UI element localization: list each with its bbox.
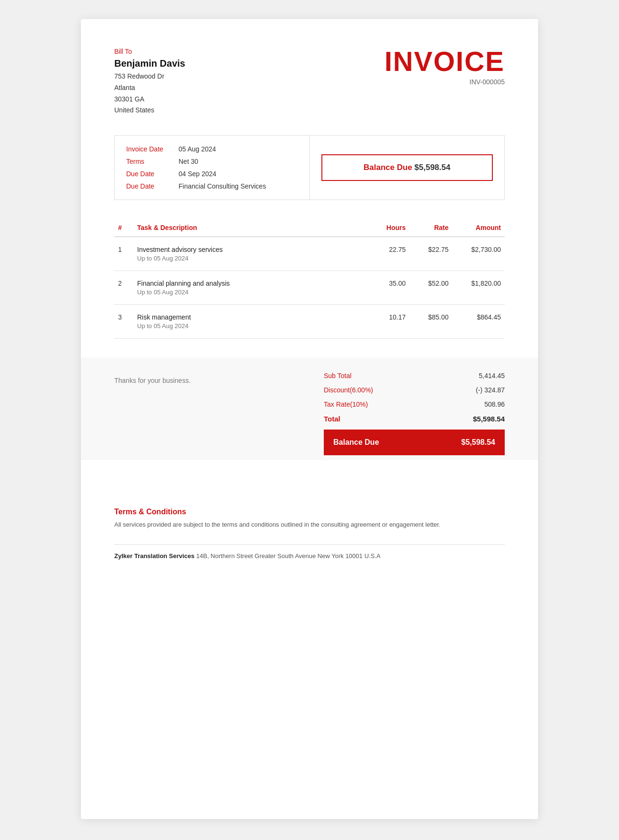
subtotal-row: Sub Total 5,414.45 [324, 372, 505, 380]
bill-to-label: Bill To [114, 48, 185, 55]
due-date-label: Due Date [126, 170, 179, 178]
items-table: # Task & Description Hours Rate Amount 1… [114, 219, 505, 339]
discount-label: Discount(6.00%) [324, 386, 373, 394]
row-rate: $22.75 [409, 237, 452, 271]
address-line2: Atlanta [114, 82, 185, 94]
row-num: 3 [114, 305, 133, 339]
balance-due-final-label: Balance Due [333, 438, 379, 447]
col-num: # [114, 219, 133, 237]
row-num: 2 [114, 271, 133, 305]
thanks-text: Thanks for your business. [114, 377, 190, 384]
invoice-title-section: INVOICE INV-000005 [385, 48, 505, 86]
table-row: 2 Financial planning and analysis Up to … [114, 271, 505, 305]
tax-label: Tax Rate(10%) [324, 400, 368, 408]
terms-label: Terms [126, 158, 179, 165]
table-row: 3 Risk management Up to 05 Aug 2024 10.1… [114, 305, 505, 339]
due-date-value: 04 Sep 2024 [179, 170, 216, 178]
terms-row: Terms Net 30 [126, 158, 298, 165]
total-label: Total [324, 415, 340, 423]
invoice-date-row: Invoice Date 05 Aug 2024 [126, 145, 298, 153]
row-hours: 22.75 [362, 237, 409, 271]
balance-due-final: Balance Due $5,598.54 [324, 430, 505, 455]
due-date-row: Due Date 04 Sep 2024 [126, 170, 298, 178]
col-hours: Hours [362, 219, 409, 237]
balance-due-box: Balance Due $5,598.54 [321, 154, 493, 181]
totals-section: Sub Total 5,414.45 Discount(6.00%) (-) 3… [324, 372, 505, 455]
invoice-number: INV-000005 [385, 78, 505, 86]
subtotal-value: 5,414.45 [479, 372, 505, 380]
table-body: 1 Investment advisory services Up to 05 … [114, 237, 505, 339]
footer-text: Zylker Translation Services 14B, Norther… [114, 552, 505, 560]
tax-value: 508.96 [484, 400, 505, 408]
terms-value: Net 30 [179, 158, 198, 165]
summary-section: Thanks for your business. Sub Total 5,41… [81, 358, 538, 460]
row-amount: $2,730.00 [452, 237, 505, 271]
discount-row: Discount(6.00%) (-) 324.87 [324, 386, 505, 394]
invoice-title: INVOICE [385, 48, 505, 75]
table-row: 1 Investment advisory services Up to 05 … [114, 237, 505, 271]
address-line1: 753 Redwood Dr [114, 71, 185, 82]
row-hours: 10.17 [362, 305, 409, 339]
address-line3: 30301 GA [114, 94, 185, 105]
footer-divider [114, 544, 505, 545]
subject-value: Financial Consulting Services [179, 182, 266, 190]
row-amount: $864.45 [452, 305, 505, 339]
meta-left: Invoice Date 05 Aug 2024 Terms Net 30 Du… [115, 136, 310, 200]
address-line4: United States [114, 105, 185, 116]
client-address: 753 Redwood Dr Atlanta 30301 GA United S… [114, 71, 185, 116]
subtotal-label: Sub Total [324, 372, 351, 380]
footer-company: Zylker Translation Services [114, 552, 194, 560]
client-name: Benjamin Davis [114, 58, 185, 69]
tax-row: Tax Rate(10%) 508.96 [324, 400, 505, 408]
discount-value: (-) 324.87 [476, 386, 505, 394]
col-task: Task & Description [133, 219, 362, 237]
row-task: Financial planning and analysis Up to 05… [133, 271, 362, 305]
col-rate: Rate [409, 219, 452, 237]
meta-section: Invoice Date 05 Aug 2024 Terms Net 30 Du… [114, 135, 505, 200]
col-amount: Amount [452, 219, 505, 237]
row-rate: $52.00 [409, 271, 452, 305]
row-task: Risk management Up to 05 Aug 2024 [133, 305, 362, 339]
balance-due-final-value: $5,598.54 [461, 438, 495, 447]
header-section: Bill To Benjamin Davis 753 Redwood Dr At… [114, 48, 505, 116]
invoice-date-value: 05 Aug 2024 [179, 145, 216, 153]
meta-right: Balance Due $5,598.54 [310, 136, 505, 200]
subject-label: Due Date [126, 182, 179, 190]
row-task: Investment advisory services Up to 05 Au… [133, 237, 362, 271]
terms-title: Terms & Conditions [114, 508, 505, 516]
table-header: # Task & Description Hours Rate Amount [114, 219, 505, 237]
row-rate: $85.00 [409, 305, 452, 339]
total-value: $5,598.54 [473, 415, 505, 423]
bill-to-section: Bill To Benjamin Davis 753 Redwood Dr At… [114, 48, 185, 116]
invoice-date-label: Invoice Date [126, 145, 179, 153]
footer-address: 14B, Northern Street Greater South Avenu… [196, 552, 380, 560]
row-num: 1 [114, 237, 133, 271]
row-amount: $1,820.00 [452, 271, 505, 305]
total-row: Total $5,598.54 [324, 415, 505, 423]
terms-text: All services provided are subject to the… [114, 520, 505, 530]
row-hours: 35.00 [362, 271, 409, 305]
subject-row: Due Date Financial Consulting Services [126, 182, 298, 190]
invoice-document: Bill To Benjamin Davis 753 Redwood Dr At… [81, 19, 538, 819]
terms-conditions-section: Terms & Conditions All services provided… [114, 498, 505, 530]
